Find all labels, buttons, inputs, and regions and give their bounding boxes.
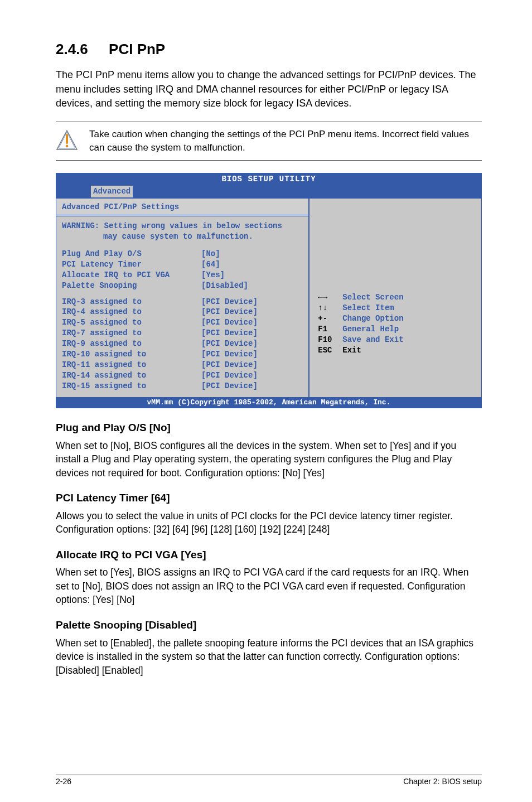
bios-setting-row[interactable]: Allocate IRQ to PCI VGA[Yes] (62, 270, 303, 281)
setting-label: IRQ-4 assigned to (62, 307, 201, 317)
bios-irq-row[interactable]: IRQ-5 assigned to[PCI Device] (62, 317, 303, 328)
setting-label: IRQ-5 assigned to (62, 317, 201, 328)
setting-label: IRQ-11 assigned to (62, 360, 201, 370)
bios-warning: WARNING: Setting wrong values in below s… (62, 221, 303, 242)
subsection-paragraph: When set to [No], BIOS configures all th… (56, 439, 482, 480)
bios-top-settings: Plug And Play O/S[No]PCI Latency Timer[6… (62, 249, 303, 291)
setting-value: [Yes] (201, 270, 225, 279)
setting-value: [PCI Device] (201, 381, 258, 390)
heading-number: 2.4.6 (56, 41, 88, 57)
setting-value: [PCI Device] (201, 360, 258, 369)
subsection-paragraph: When set to [Yes], BIOS assigns an IRQ t… (56, 566, 482, 607)
subsection-heading: Plug and Play O/S [No] (56, 421, 482, 436)
setting-value: [PCI Device] (201, 297, 258, 306)
help-key: ESC (318, 345, 342, 356)
help-text: Select Item (342, 303, 394, 313)
setting-label: Plug And Play O/S (62, 249, 201, 259)
section-heading: 2.4.6 PCI PnP (56, 39, 482, 59)
subsection-paragraph: When set to [Enabled], the pallete snoop… (56, 636, 482, 678)
setting-value: [Disabled] (201, 281, 248, 290)
setting-value: [PCI Device] (201, 307, 258, 316)
setting-value: [No] (201, 249, 220, 258)
help-text: Change Option (342, 313, 403, 324)
bios-section-heading: Advanced PCI/PnP Settings (56, 199, 308, 216)
bios-irq-row[interactable]: IRQ-9 assigned to[PCI Device] (62, 339, 303, 349)
setting-label: IRQ-15 assigned to (62, 381, 201, 392)
bios-tabrow: Advanced (56, 185, 481, 199)
svg-point-3 (66, 145, 69, 148)
bios-irq-row[interactable]: IRQ-14 assigned to[PCI Device] (62, 370, 303, 381)
caution-text: Take caution when changing the settings … (89, 128, 482, 154)
help-key: ←→ (318, 292, 342, 303)
setting-label: IRQ-9 assigned to (62, 339, 201, 349)
bios-irq-row[interactable]: IRQ-4 assigned to[PCI Device] (62, 307, 303, 317)
setting-value: [PCI Device] (201, 339, 258, 348)
help-row: ←→Select Screen (318, 292, 476, 303)
caution-callout: Take caution when changing the settings … (56, 122, 482, 160)
help-text: Select Screen (342, 292, 403, 303)
bios-setup-utility: BIOS SETUP UTILITY Advanced Advanced PCI… (56, 173, 482, 409)
subsection-heading: Palette Snooping [Disabled] (56, 618, 482, 633)
bios-warning-line2: may cause system to malfunction. (62, 231, 303, 242)
help-row: F1General Help (318, 324, 476, 335)
bios-copyright: vMM.mm (C)Copyright 1985-2002, American … (56, 397, 481, 408)
bios-irq-row[interactable]: IRQ-11 assigned to[PCI Device] (62, 360, 303, 370)
setting-value: [64] (201, 260, 220, 269)
page-footer: 2-26 Chapter 2: BIOS setup (56, 776, 482, 787)
bios-irq-row[interactable]: IRQ-7 assigned to[PCI Device] (62, 328, 303, 339)
caution-icon (56, 129, 78, 152)
setting-value: [PCI Device] (201, 371, 258, 380)
bios-setting-row[interactable]: Plug And Play O/S[No] (62, 249, 303, 259)
setting-label: Palette Snooping (62, 281, 201, 291)
footer-page-number: 2-26 (56, 776, 71, 787)
help-key: +- (318, 313, 342, 324)
bios-irq-row[interactable]: IRQ-15 assigned to[PCI Device] (62, 381, 303, 392)
bios-title-bar: BIOS SETUP UTILITY (56, 173, 481, 185)
help-key: F1 (318, 324, 342, 335)
help-key: F10 (318, 335, 342, 345)
bios-irq-settings: IRQ-3 assigned to[PCI Device]IRQ-4 assig… (62, 297, 303, 392)
help-text: Save and Exit (342, 335, 403, 345)
intro-paragraph: The PCI PnP menu items allow you to chan… (56, 68, 482, 110)
help-row: ESCExit (318, 345, 476, 356)
bios-tab-advanced[interactable]: Advanced (90, 185, 134, 197)
help-row: ↑↓Select Item (318, 303, 476, 313)
callout-bottom-divider (56, 160, 482, 161)
footer-divider (56, 775, 482, 775)
bios-setting-row[interactable]: Palette Snooping[Disabled] (62, 281, 303, 291)
setting-value: [PCI Device] (201, 318, 258, 327)
subsection-heading: Allocate IRQ to PCI VGA [Yes] (56, 548, 482, 563)
help-row: F10Save and Exit (318, 335, 476, 345)
setting-label: PCI Latency Timer (62, 259, 201, 270)
help-row: +-Change Option (318, 313, 476, 324)
heading-title: PCI PnP (109, 41, 165, 57)
setting-value: [PCI Device] (201, 350, 258, 359)
setting-label: IRQ-14 assigned to (62, 370, 201, 381)
bios-help-legend: ←→Select Screen↑↓Select Item+-Change Opt… (318, 292, 476, 355)
help-key: ↑↓ (318, 303, 342, 313)
help-text: General Help (342, 324, 399, 335)
setting-label: IRQ-7 assigned to (62, 328, 201, 339)
bios-warning-line1: WARNING: Setting wrong values in below s… (62, 221, 303, 231)
help-text: Exit (342, 345, 361, 356)
setting-label: IRQ-3 assigned to (62, 297, 201, 307)
bios-setting-row[interactable]: PCI Latency Timer[64] (62, 259, 303, 270)
bios-irq-row[interactable]: IRQ-10 assigned to[PCI Device] (62, 349, 303, 360)
subsection-heading: PCI Latency Timer [64] (56, 491, 482, 506)
bios-title: BIOS SETUP UTILITY (221, 175, 316, 183)
bios-irq-row[interactable]: IRQ-3 assigned to[PCI Device] (62, 297, 303, 307)
setting-label: Allocate IRQ to PCI VGA (62, 270, 201, 281)
subsection-paragraph: Allows you to select the value in units … (56, 509, 482, 537)
footer-chapter: Chapter 2: BIOS setup (403, 776, 482, 787)
setting-value: [PCI Device] (201, 328, 258, 337)
setting-label: IRQ-10 assigned to (62, 349, 201, 360)
